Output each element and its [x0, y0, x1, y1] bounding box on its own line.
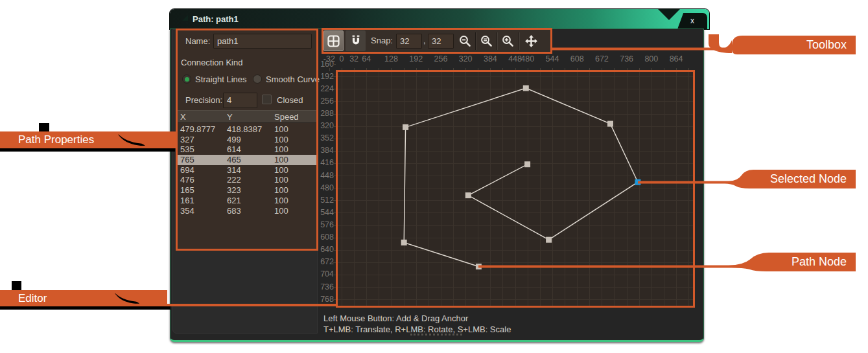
v-ruler-label: 256: [320, 97, 334, 106]
h-ruler-label: 448: [508, 54, 522, 63]
callout-path-properties-label: Path Properties: [18, 133, 94, 146]
highlight-box-toolbox: [322, 28, 552, 54]
h-ruler-label: 128: [384, 54, 398, 63]
callout-shadow: [0, 306, 170, 310]
status-hint-line1: Left Mouse Button: Add & Drag Anchor: [323, 313, 468, 324]
h-ruler-label: 384: [484, 54, 497, 63]
ruler-tick: [333, 64, 336, 65]
callout-path-properties: Path Properties: [0, 131, 177, 148]
v-ruler-label: 544: [320, 208, 334, 217]
v-ruler-label: 640: [320, 245, 334, 254]
h-ruler-label: 192: [409, 54, 423, 63]
ink-splash: [12, 281, 21, 290]
callout-toolbox-label: Toolbox: [806, 36, 847, 54]
callout-editor: Editor: [0, 290, 167, 306]
titlebar-notch: [658, 9, 680, 20]
h-ruler-label: 480: [521, 54, 534, 63]
window-titlebar[interactable]: [170, 9, 709, 29]
ink-splash: [39, 123, 49, 131]
v-ruler-label: 384: [320, 146, 334, 155]
h-ruler-label: 320: [459, 54, 473, 63]
vertical-ruler: 1601922242562883203523844164484805125445…: [318, 58, 336, 308]
v-ruler-label: 320: [320, 121, 334, 130]
v-ruler-label: 288: [320, 109, 334, 118]
v-ruler-label: 704: [320, 269, 334, 279]
collapse-triangle-icon[interactable]: [182, 15, 188, 21]
v-ruler-label: 416: [320, 158, 334, 167]
h-ruler-label: 256: [434, 54, 447, 63]
v-ruler-label: 160: [320, 60, 334, 69]
callout-line-editor: [167, 304, 338, 306]
h-ruler-label: 0: [340, 54, 344, 63]
v-ruler-label: 576: [320, 220, 334, 229]
v-ruler-label: 352: [320, 133, 334, 142]
swoosh-icon: [117, 133, 146, 146]
v-ruler-label: 224: [320, 84, 334, 93]
v-ruler-label: 768: [320, 295, 334, 304]
resize-grip[interactable]: [410, 334, 462, 336]
v-ruler-label: 736: [320, 282, 334, 291]
v-ruler-label: 608: [320, 233, 334, 242]
v-ruler-label: 448: [320, 171, 334, 180]
screenshot-stage: Path: path1 x Name: path1 Connection Kin…: [0, 0, 868, 353]
v-ruler-label: 512: [320, 196, 334, 205]
v-ruler-label: 672: [320, 257, 334, 266]
callout-path-node-label: Path Node: [792, 253, 847, 271]
highlight-box-path-properties: [176, 28, 318, 251]
v-ruler-label: 480: [320, 183, 334, 192]
callout-editor-label: Editor: [18, 292, 47, 305]
window-title: Path: path1: [193, 9, 239, 29]
swoosh-icon: [114, 292, 140, 304]
v-ruler-label: 192: [320, 72, 334, 81]
callout-selected-node-label: Selected Node: [770, 170, 847, 188]
h-ruler-label: 32: [349, 54, 358, 63]
h-ruler-label: 64: [362, 54, 371, 63]
callout-shadow: [0, 148, 175, 152]
